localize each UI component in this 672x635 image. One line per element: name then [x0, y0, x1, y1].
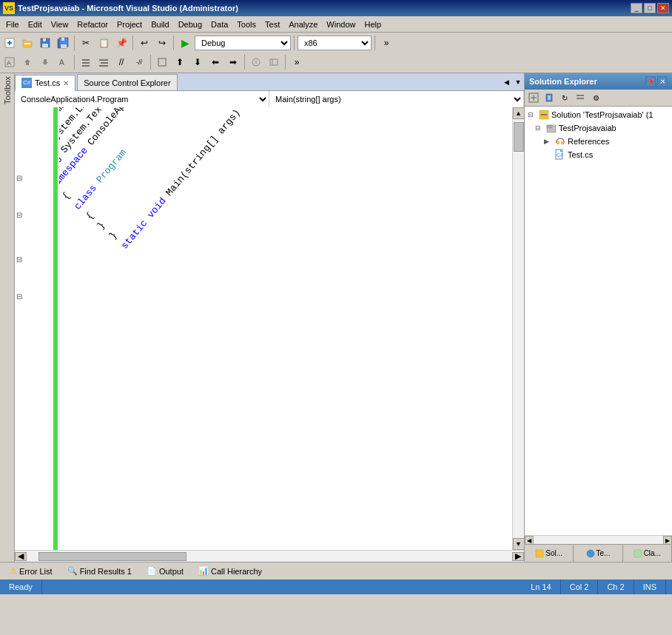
- se-refresh[interactable]: ↻: [557, 91, 572, 104]
- solution-expand[interactable]: ⊟: [528, 111, 537, 118]
- tb2-b5[interactable]: [248, 54, 264, 70]
- se-pin-button[interactable]: 📌: [645, 76, 656, 87]
- separator-2: [132, 36, 133, 50]
- vscroll-track[interactable]: [513, 119, 525, 538]
- restore-button[interactable]: □: [644, 3, 656, 13]
- tb2-move-dn[interactable]: ⬇: [189, 54, 206, 70]
- menu-analyze[interactable]: Analyze: [284, 19, 322, 30]
- hscroll-left[interactable]: ◀: [15, 552, 27, 561]
- se-title-controls[interactable]: 📌 ✕: [645, 76, 668, 87]
- hscroll-thumb[interactable]: [38, 552, 187, 561]
- tb2-move-up[interactable]: ⬆: [172, 54, 188, 70]
- menu-project[interactable]: Project: [112, 19, 147, 30]
- collapse-1[interactable]: ⊟: [16, 174, 22, 182]
- se-tab-solution[interactable]: Sol...: [525, 545, 574, 562]
- menu-window[interactable]: Window: [322, 19, 360, 30]
- close-button[interactable]: ✕: [657, 3, 669, 13]
- se-hscroll-right[interactable]: ▶: [663, 536, 672, 545]
- tb2-box[interactable]: [154, 54, 170, 70]
- menu-edit[interactable]: Edit: [24, 19, 47, 30]
- vscroll-down[interactable]: ▼: [513, 538, 525, 550]
- bottom-tab-find[interactable]: 🔍 Find Results 1: [61, 564, 138, 578]
- toolbox-sidebar[interactable]: Toolbox: [0, 73, 15, 562]
- paste-button[interactable]: 📌: [113, 35, 130, 51]
- tab-scroll-right[interactable]: ▼: [512, 74, 524, 90]
- menu-refactor[interactable]: Refactor: [73, 19, 112, 30]
- editor-vscroll[interactable]: ▲ ▼: [512, 107, 524, 550]
- code-gutter: ⊟ ⊟ ⊟ ⊟: [15, 107, 59, 550]
- tab-scroll-left[interactable]: ◀: [500, 74, 512, 90]
- copy-button[interactable]: 📋: [95, 35, 112, 51]
- redo-button[interactable]: ↪: [154, 35, 170, 51]
- se-settings[interactable]: ⚙: [588, 91, 603, 104]
- method-dropdown[interactable]: Main(string[] args): [269, 91, 524, 107]
- window-controls[interactable]: _ □ ✕: [631, 3, 669, 13]
- se-scrollbar[interactable]: ◀ ▶: [525, 535, 672, 544]
- code-editor[interactable]: ⊟ ⊟ ⊟ ⊟ using System; using System.Colle…: [15, 107, 512, 550]
- tree-test-cs[interactable]: C# Test.cs: [526, 148, 671, 161]
- tb2-more[interactable]: »: [289, 54, 305, 70]
- vscroll-thumb[interactable]: [514, 122, 524, 152]
- hscroll-right[interactable]: ▶: [512, 552, 524, 561]
- bottom-tab-hierarchy[interactable]: 📊 Call Hierarchy: [192, 564, 269, 578]
- debug-mode-dropdown[interactable]: Debug: [195, 36, 291, 50]
- tree-references[interactable]: ▶ References: [526, 135, 671, 148]
- tb2-fwd[interactable]: ➡: [225, 54, 241, 70]
- more-button[interactable]: »: [378, 35, 394, 51]
- tb2-btn3[interactable]: [37, 54, 53, 70]
- class-dropdown[interactable]: ConsoleApplication4.Program: [15, 91, 269, 107]
- start-debug-button[interactable]: ▶: [177, 35, 193, 51]
- se-close-btn[interactable]: ✕: [657, 76, 668, 87]
- se-tab-class[interactable]: Cla...: [623, 545, 672, 562]
- se-hscroll-left[interactable]: ◀: [525, 536, 534, 545]
- menu-file[interactable]: File: [1, 19, 24, 30]
- tree-solution[interactable]: ⊟ Solution 'TestProjsavaiab' (1: [526, 108, 671, 121]
- vscroll-up[interactable]: ▲: [513, 107, 525, 119]
- undo-button[interactable]: ↩: [136, 35, 152, 51]
- menu-build[interactable]: Build: [147, 19, 173, 30]
- tb2-btn4[interactable]: A: [55, 54, 71, 70]
- tab-source-control[interactable]: Source Control Explorer: [77, 74, 177, 90]
- collapse-3[interactable]: ⊟: [16, 255, 22, 263]
- save-button[interactable]: [37, 35, 53, 51]
- project-expand[interactable]: ⊟: [535, 124, 544, 132]
- collapse-4[interactable]: ⊟: [16, 292, 22, 300]
- menu-test[interactable]: Test: [261, 19, 284, 30]
- testcs-expand: [544, 151, 553, 158]
- menu-view[interactable]: View: [47, 19, 73, 30]
- bottom-tab-output[interactable]: 📄 Output: [140, 564, 190, 578]
- se-show-all[interactable]: [526, 91, 541, 104]
- open-button[interactable]: [19, 35, 36, 51]
- menu-tools[interactable]: Tools: [232, 19, 261, 30]
- menu-debug[interactable]: Debug: [174, 19, 206, 30]
- svg-text:A: A: [7, 59, 11, 67]
- tab-test-cs[interactable]: C# Test.cs ✕: [15, 75, 75, 91]
- cut-button[interactable]: ✂: [78, 35, 94, 51]
- tb2-outdent[interactable]: [95, 54, 112, 70]
- se-tab-team[interactable]: Te...: [574, 545, 622, 562]
- se-collapse-all[interactable]: [573, 91, 588, 104]
- tab-test-cs-close[interactable]: ✕: [63, 79, 69, 87]
- save-all-button[interactable]: [55, 35, 71, 51]
- tb2-btn1[interactable]: A: [1, 54, 18, 70]
- new-project-button[interactable]: [1, 35, 18, 51]
- se-properties[interactable]: [542, 91, 557, 104]
- toolbox-label[interactable]: Toolbox: [3, 76, 12, 104]
- editor-scroll-x[interactable]: ◀ ▶: [15, 550, 524, 562]
- minimize-button[interactable]: _: [631, 3, 642, 13]
- bottom-tab-errors[interactable]: ⚠ Error List: [3, 564, 59, 578]
- platform-dropdown[interactable]: x86: [298, 36, 372, 50]
- output-label: Output: [159, 567, 184, 576]
- tb2-search[interactable]: ⬅: [207, 54, 224, 70]
- tb2-b6[interactable]: [266, 54, 282, 70]
- menu-help[interactable]: Help: [360, 19, 386, 30]
- tb2-btn2[interactable]: [19, 54, 36, 70]
- menu-data[interactable]: Data: [206, 19, 232, 30]
- project-icon: [545, 122, 557, 134]
- tree-project[interactable]: ⊟ TestProjsavaiab: [526, 121, 671, 135]
- collapse-2[interactable]: ⊟: [16, 211, 22, 219]
- references-expand[interactable]: ▶: [544, 138, 553, 145]
- tb2-comment[interactable]: //: [113, 54, 130, 70]
- tb2-uncomment[interactable]: -//: [131, 54, 147, 70]
- tb2-indent[interactable]: [78, 54, 94, 70]
